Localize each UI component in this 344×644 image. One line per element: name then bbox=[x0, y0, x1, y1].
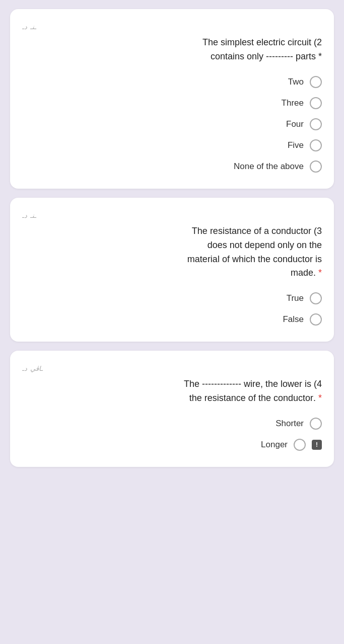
option-longer-radio[interactable] bbox=[294, 439, 306, 451]
question-meta-3: دـ ـنـ bbox=[22, 212, 322, 219]
option-four-radio[interactable] bbox=[310, 118, 322, 130]
question-line1-2: The simplest electric circuit (2 bbox=[22, 36, 322, 50]
option-longer-label: Longer bbox=[261, 440, 288, 450]
question-line1-4: The ------------- wire, the lower is (4 bbox=[22, 377, 322, 391]
question-meta-4: دـ ـاڤي bbox=[22, 365, 322, 372]
question-text-4: The ------------- wire, the lower is (4 … bbox=[22, 377, 322, 406]
meta-left-2: دـ bbox=[22, 23, 27, 31]
option-four[interactable]: Four bbox=[22, 118, 322, 130]
option-five-label: Five bbox=[288, 140, 304, 150]
option-three-label: Three bbox=[282, 98, 304, 108]
option-five[interactable]: Five bbox=[22, 139, 322, 151]
option-two[interactable]: Two bbox=[22, 76, 322, 88]
meta-left-4: دـ bbox=[22, 365, 27, 372]
option-true[interactable]: True bbox=[22, 292, 322, 304]
question-line2-4: * .the resistance of the conductor bbox=[22, 391, 322, 406]
option-shorter[interactable]: Shorter bbox=[22, 418, 322, 430]
option-two-label: Two bbox=[288, 77, 304, 87]
question-conductor-4: .the resistance of the conductor bbox=[189, 393, 318, 403]
option-three[interactable]: Three bbox=[22, 97, 322, 109]
option-three-radio[interactable] bbox=[310, 97, 322, 109]
question-line4-3: * .made bbox=[22, 266, 322, 280]
options-list-4: Shorter Longer ! bbox=[22, 418, 322, 451]
option-false-label: False bbox=[283, 314, 304, 325]
option-four-label: Four bbox=[286, 119, 304, 129]
options-list-3: True False bbox=[22, 292, 322, 326]
options-list-2: Two Three Four Five None of the above bbox=[22, 76, 322, 173]
required-star-3: * bbox=[318, 268, 322, 278]
option-five-radio[interactable] bbox=[310, 139, 322, 151]
option-none-above[interactable]: None of the above bbox=[22, 160, 322, 173]
question-line1-3: The resistance of a conductor (3 bbox=[22, 224, 322, 238]
option-shorter-label: Shorter bbox=[276, 419, 304, 429]
option-false[interactable]: False bbox=[22, 313, 322, 326]
question-line2-3: does not depend only on the bbox=[22, 238, 322, 253]
meta-left-3: دـ bbox=[22, 212, 27, 219]
question-made-3: .made bbox=[291, 268, 318, 278]
option-false-radio[interactable] bbox=[310, 313, 322, 326]
question-text-2: The simplest electric circuit (2 * conta… bbox=[22, 36, 322, 64]
meta-right-2: ـنـ bbox=[30, 23, 36, 31]
option-two-radio[interactable] bbox=[310, 76, 322, 88]
meta-right-4: ـاڤي bbox=[30, 365, 43, 372]
option-longer[interactable]: Longer ! bbox=[22, 439, 322, 451]
question-line2-2: * contains only --------- parts bbox=[22, 50, 322, 64]
option-shorter-radio[interactable] bbox=[310, 418, 322, 430]
option-true-radio[interactable] bbox=[310, 292, 322, 304]
question-card-3: دـ ـنـ The resistance of a conductor (3 … bbox=[10, 198, 334, 342]
required-star-4: * bbox=[318, 393, 322, 403]
exclamation-badge: ! bbox=[312, 440, 322, 450]
question-card-2: دـ ـنـ The simplest electric circuit (2 … bbox=[10, 9, 334, 189]
option-none-above-radio[interactable] bbox=[310, 160, 322, 173]
option-true-label: True bbox=[287, 293, 304, 303]
option-none-above-label: None of the above bbox=[234, 162, 304, 172]
question-line3-3: material of which the conductor is bbox=[22, 253, 322, 267]
question-card-4: دـ ـاڤي The ------------- wire, the lowe… bbox=[10, 351, 334, 467]
question-meta-2: دـ ـنـ bbox=[22, 23, 322, 31]
question-text-3: The resistance of a conductor (3 does no… bbox=[22, 224, 322, 281]
meta-right-3: ـنـ bbox=[30, 212, 36, 219]
